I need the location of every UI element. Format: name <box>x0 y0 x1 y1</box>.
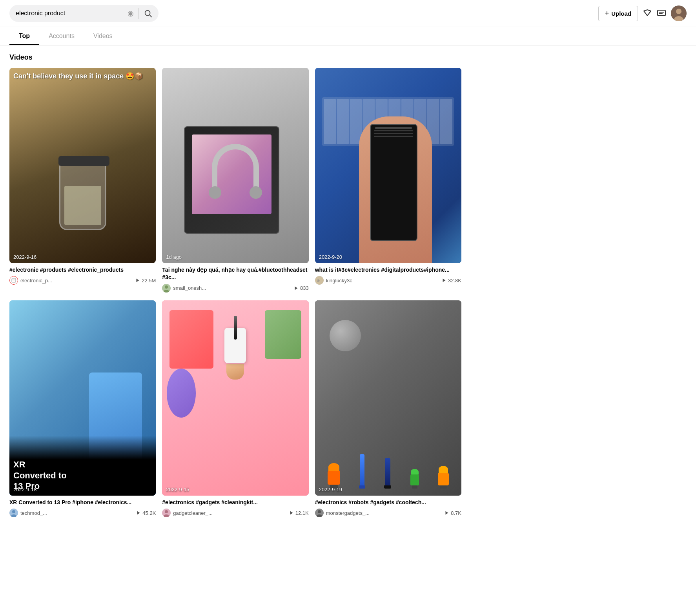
svg-point-24 <box>165 510 168 513</box>
author-name-4: techmod_... <box>20 510 47 516</box>
gadget-blue <box>359 454 365 489</box>
video-meta-5: #electronics #gadgets #cleaningkit... ga… <box>162 496 308 519</box>
search-button[interactable] <box>144 9 152 18</box>
video-timestamp-3: 2022-9-20 <box>319 254 342 260</box>
video-card-3[interactable]: 2022-9-20 what is it#3c#electronics #dig… <box>315 68 461 294</box>
jar-visual-1 <box>9 91 156 263</box>
video-card-4[interactable]: XRConverted to13 Pro 2022-9-18 XR Conver… <box>9 300 156 519</box>
author-name-5: gadgetcleaner_... <box>173 510 212 516</box>
video-meta-4: XR Converted to 13 Pro #iphone #electron… <box>9 496 156 519</box>
video-views-3: 32.8K <box>442 278 461 283</box>
video-views-5: 12.1K <box>289 510 309 516</box>
play-icon-4 <box>136 511 141 515</box>
headphone-visual <box>162 68 308 263</box>
main-content: Videos Can't believe they use it in spac… <box>0 45 471 527</box>
search-divider <box>138 8 139 19</box>
blue-bg-visual <box>315 68 461 263</box>
tab-videos[interactable]: Videos <box>84 27 122 45</box>
robots-visual <box>315 300 461 496</box>
notifications-button[interactable] <box>643 9 652 18</box>
phone-top-bar <box>375 127 412 129</box>
views-count-2: 833 <box>300 285 309 291</box>
play-icon-2 <box>294 286 299 291</box>
author-name-2: smail_onesh... <box>173 285 206 291</box>
bg-item-blue <box>167 369 196 417</box>
video-meta-6: #electronics #robots #gadgets #cooltech.… <box>315 496 461 519</box>
video-title-3: what is it#3c#electronics #digitalproduc… <box>315 266 461 274</box>
play-icon-5 <box>289 511 294 515</box>
hand-brush <box>206 320 264 496</box>
pen-shape <box>234 316 237 340</box>
video-timestamp-1: 2022-9-16 <box>13 254 36 260</box>
robots-row <box>315 454 461 492</box>
play-icon-3 <box>442 278 446 283</box>
video-card-5[interactable]: 2022-9-15 #electronics #gadgets #cleanin… <box>162 300 308 519</box>
video-author-5: gadgetcleaner_... <box>162 509 212 517</box>
play-icon-1 <box>135 278 140 283</box>
svg-text:⊛: ⊛ <box>317 278 320 283</box>
tab-top-label: Top <box>19 33 30 39</box>
video-meta-1: #electronic #products #electronic_produc… <box>9 263 156 287</box>
author-avatar-6 <box>315 509 324 517</box>
svg-point-13 <box>165 285 168 289</box>
svg-marker-26 <box>290 511 293 515</box>
search-tabs: Top Accounts Videos <box>0 27 696 45</box>
svg-marker-18 <box>443 279 446 282</box>
headphone-shape <box>212 144 259 187</box>
video-thumb-4: XRConverted to13 Pro 2022-9-18 <box>9 300 156 496</box>
search-clear-icon[interactable]: ◉ <box>128 9 134 18</box>
video-info-row-2: smail_onesh... 833 <box>162 284 308 293</box>
video-author-1: electronic_p... <box>9 276 52 285</box>
cleaning-pad <box>224 328 246 363</box>
user-avatar[interactable] <box>671 5 687 21</box>
videos-section-title: Videos <box>9 53 461 62</box>
svg-marker-22 <box>137 511 140 515</box>
finger-shape <box>226 364 244 380</box>
search-input[interactable]: electronic product <box>16 10 124 17</box>
video-title-2: Tai nghe này đẹp quá, nhạc hay quá.#blue… <box>162 266 308 282</box>
author-avatar-5 <box>162 509 171 517</box>
svg-marker-11 <box>137 279 139 282</box>
tab-top[interactable]: Top <box>9 27 39 45</box>
tab-videos-label: Videos <box>93 33 113 39</box>
video-timestamp-5: 2022-9-15 <box>166 487 189 492</box>
video-info-row-5: gadgetcleaner_... 12.1K <box>162 509 308 517</box>
views-count-1: 22.5M <box>142 278 156 283</box>
video-card-1[interactable]: Can't believe they use it in space 🤩📦 20… <box>9 68 156 294</box>
svg-marker-15 <box>295 286 297 290</box>
svg-rect-3 <box>658 10 665 16</box>
header-actions: + Upload <box>598 5 687 21</box>
videos-grid: Can't believe they use it in space 🤩📦 20… <box>9 68 461 519</box>
video-timestamp-6: 2022-9-19 <box>319 487 342 492</box>
svg-point-28 <box>318 510 321 513</box>
video-info-row-3: ⊛ kinglucky3c 32.8K <box>315 276 461 285</box>
messages-button[interactable] <box>657 9 666 18</box>
robot-green-sm <box>410 469 419 489</box>
orb-shape <box>330 320 361 351</box>
video-author-6: monstergadgets_... <box>315 509 370 517</box>
video-thumb-text-1: Can't believe they use it in space 🤩📦 <box>13 72 152 81</box>
jar-lid <box>58 156 109 166</box>
pen-visual <box>162 300 308 496</box>
views-count-5: 12.1K <box>295 510 309 516</box>
search-bar: electronic product ◉ <box>9 5 159 22</box>
svg-point-20 <box>12 510 15 513</box>
video-info-row-6: monstergadgets_... 8.7K <box>315 509 461 517</box>
video-views-2: 833 <box>294 285 309 291</box>
gadget-dark-blue <box>384 458 391 489</box>
svg-point-7 <box>676 9 681 14</box>
author-name-3: kinglucky3c <box>326 278 352 283</box>
author-name-1: electronic_p... <box>20 278 52 283</box>
phone-in-hand <box>370 124 417 241</box>
video-views-1: 22.5M <box>135 278 156 283</box>
upload-button[interactable]: + Upload <box>598 6 638 21</box>
svg-rect-9 <box>12 278 16 282</box>
video-card-6[interactable]: 2022-9-19 #electronics #robots #gadgets … <box>315 300 461 519</box>
video-title-6: #electronics #robots #gadgets #cooltech.… <box>315 499 461 507</box>
video-thumb-6: 2022-9-19 <box>315 300 461 496</box>
upload-plus-icon: + <box>605 9 609 18</box>
video-title-5: #electronics #gadgets #cleaningkit... <box>162 499 308 507</box>
video-thumb-2: 1d ago <box>162 68 308 263</box>
tab-accounts[interactable]: Accounts <box>39 27 84 45</box>
video-card-2[interactable]: 1d ago Tai nghe này đẹp quá, nhạc hay qu… <box>162 68 308 294</box>
